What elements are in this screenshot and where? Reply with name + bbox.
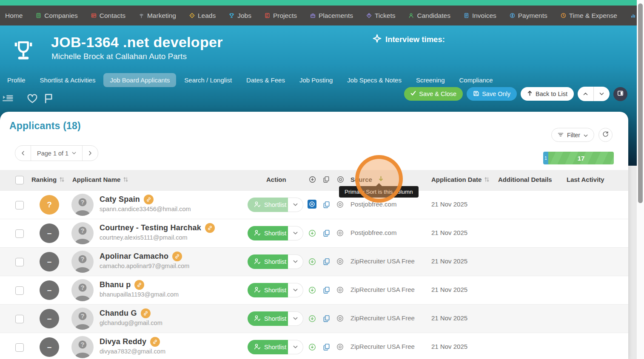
- source-column-header[interactable]: Source: [350, 176, 384, 183]
- flag-icon[interactable]: [43, 93, 54, 104]
- nav-item-placements[interactable]: Placements: [310, 12, 353, 20]
- nav-item-projects[interactable]: Projects: [265, 12, 297, 20]
- applicant-name[interactable]: Apolinar Camacho: [100, 252, 168, 261]
- next-record-button[interactable]: [594, 87, 610, 101]
- tab-job-board-applicants[interactable]: Job Board Applicants: [103, 73, 176, 87]
- nav-item-candidates[interactable]: Candidates: [408, 12, 450, 20]
- row-checkbox[interactable]: [15, 315, 24, 323]
- refresh-button[interactable]: [598, 128, 613, 142]
- download-resume-icon[interactable]: [308, 343, 316, 351]
- shortlist-button[interactable]: Shortlist: [248, 254, 293, 269]
- link-icon[interactable]: [172, 252, 182, 261]
- link-icon[interactable]: [144, 195, 154, 204]
- nav-item-companies[interactable]: Companies: [36, 12, 77, 20]
- copy-icon[interactable]: [323, 315, 330, 322]
- download-resume-icon[interactable]: [308, 286, 316, 294]
- view-icon[interactable]: [336, 229, 344, 237]
- prev-page-button[interactable]: [15, 146, 31, 161]
- shortlist-button[interactable]: Shortlist: [248, 226, 293, 240]
- collapse-menu-icon[interactable]: [2, 94, 13, 103]
- link-icon[interactable]: [150, 337, 160, 347]
- nav-item-leads[interactable]: Leads: [189, 12, 216, 20]
- copy-icon[interactable]: [323, 258, 330, 265]
- page-indicator[interactable]: Page 1 of 1: [31, 146, 83, 161]
- copy-icon[interactable]: [323, 286, 330, 294]
- tab-profile[interactable]: Profile: [1, 73, 32, 87]
- tab-shortlist-activities[interactable]: Shortlist & Activities: [34, 73, 102, 87]
- tab-dates-fees[interactable]: Dates & Fees: [240, 73, 291, 87]
- view-icon[interactable]: [336, 201, 344, 208]
- applicant-row: – ? Bhanu p bhanupailla1193@gmail.com Sh…: [0, 276, 628, 304]
- shortlist-dropdown-button[interactable]: [288, 254, 303, 269]
- previous-record-button[interactable]: [578, 87, 594, 101]
- favorite-heart-icon[interactable]: [27, 93, 38, 104]
- next-page-button[interactable]: [83, 146, 98, 161]
- applicant-name[interactable]: Divya Reddy: [100, 337, 146, 346]
- applicant-row: ? ? Caty Spain spann.candice33456@hmail.…: [0, 190, 628, 219]
- tab-search-longlist[interactable]: Search / Longlist: [178, 73, 238, 87]
- shortlist-button[interactable]: Shortlist: [248, 198, 293, 212]
- row-checkbox[interactable]: [15, 258, 24, 266]
- nav-item-home[interactable]: Home: [5, 12, 23, 20]
- row-checkbox[interactable]: [15, 229, 24, 238]
- status-progress-bar[interactable]: 1 17: [543, 152, 614, 164]
- download-resume-icon[interactable]: [308, 229, 316, 237]
- layout-toggle-button[interactable]: [613, 87, 627, 101]
- applicant-name-column-header[interactable]: Applicant Name: [72, 176, 128, 183]
- copy-icon[interactable]: [323, 201, 330, 208]
- diamond-icon: [189, 13, 195, 18]
- tab-job-specs-notes[interactable]: Job Specs & Notes: [341, 73, 408, 87]
- link-icon[interactable]: [141, 308, 151, 318]
- link-icon[interactable]: [205, 223, 215, 233]
- save-only-button[interactable]: Save Only: [467, 87, 517, 101]
- application-date-column-header[interactable]: Application Date: [431, 176, 490, 183]
- nav-item-contacts[interactable]: Contacts: [91, 12, 125, 20]
- nav-item-time-expense[interactable]: Time & Expense: [561, 12, 617, 20]
- shortlist-dropdown-button[interactable]: [288, 340, 303, 354]
- copy-icon[interactable]: [323, 343, 330, 351]
- nav-item-marketing[interactable]: Marketing: [139, 12, 176, 20]
- download-resume-icon[interactable]: [308, 258, 316, 266]
- shortlist-dropdown-button[interactable]: [288, 283, 303, 297]
- tab-compliance[interactable]: Compliance: [453, 73, 499, 87]
- shortlist-dropdown-button[interactable]: [288, 311, 303, 326]
- nav-item-reports[interactable]: Reports: [630, 12, 637, 20]
- download-resume-icon[interactable]: [308, 315, 316, 322]
- filter-button[interactable]: Filter: [551, 128, 594, 142]
- applicant-email: bhanupailla1193@gmail.com: [100, 291, 179, 298]
- row-checkbox[interactable]: [15, 343, 24, 352]
- view-icon[interactable]: [336, 286, 344, 294]
- copy-column-icon: [323, 176, 330, 183]
- applicant-name[interactable]: Courtney - Testing Harchak: [100, 223, 201, 232]
- shortlist-button[interactable]: Shortlist: [248, 311, 293, 326]
- scrollbar-thumb[interactable]: [638, 3, 643, 203]
- tab-job-posting[interactable]: Job Posting: [293, 73, 339, 87]
- nav-item-jobs[interactable]: Jobs: [229, 12, 251, 20]
- applicant-name[interactable]: Bhanu p: [100, 280, 131, 289]
- ranking-column-header[interactable]: Ranking: [31, 176, 65, 183]
- row-checkbox[interactable]: [15, 286, 24, 295]
- row-checkbox[interactable]: [15, 201, 24, 209]
- view-icon[interactable]: [336, 315, 344, 322]
- svg-text:?: ?: [80, 227, 84, 234]
- link-icon[interactable]: [134, 280, 144, 290]
- back-to-list-button[interactable]: Back to List: [521, 87, 574, 101]
- tab-screening[interactable]: Screening: [410, 73, 451, 87]
- shortlist-button[interactable]: Shortlist: [248, 283, 293, 297]
- page-scrollbar[interactable]: [637, 0, 644, 359]
- nav-item-payments[interactable]: Payments: [510, 12, 547, 20]
- download-resume-icon[interactable]: [308, 200, 316, 209]
- shortlist-dropdown-button[interactable]: [288, 198, 303, 212]
- view-icon[interactable]: [336, 258, 344, 265]
- table-body: ? ? Caty Spain spann.candice33456@hmail.…: [0, 190, 628, 359]
- shortlist-button[interactable]: Shortlist: [248, 340, 293, 354]
- save-close-button[interactable]: Save & Close: [404, 87, 463, 101]
- nav-item-tickets[interactable]: Tickets: [366, 12, 396, 20]
- applicant-name[interactable]: Caty Spain: [100, 195, 140, 204]
- applicant-name[interactable]: Chandu G: [100, 309, 137, 318]
- shortlist-dropdown-button[interactable]: [288, 226, 303, 240]
- nav-item-invoices[interactable]: Invoices: [464, 12, 496, 20]
- copy-icon[interactable]: [323, 229, 330, 237]
- view-icon[interactable]: [336, 343, 344, 351]
- select-all-checkbox[interactable]: [15, 176, 24, 184]
